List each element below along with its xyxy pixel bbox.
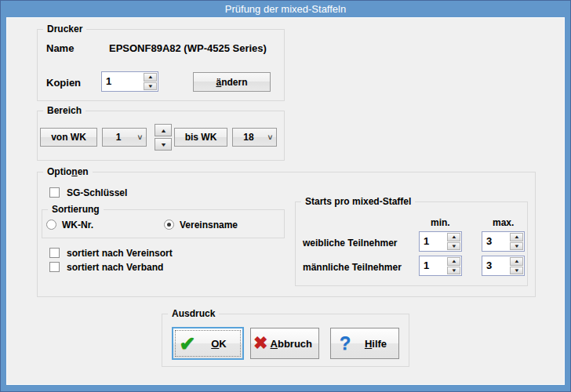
printer-name-value: EPSONF89A82 (WP-4525 Series) xyxy=(109,42,267,54)
abbruch-button-label: Abbruch xyxy=(271,338,318,350)
sg-schluessel-label[interactable]: SG-Schlüssel xyxy=(67,187,127,198)
bis-wk-combobox[interactable]: 18 ˅ xyxy=(232,128,277,147)
spin-down-icon: ▼ xyxy=(451,268,457,273)
vereinsname-radio-label[interactable]: Vereinsname xyxy=(180,220,238,230)
spin-down-button[interactable]: ▼ xyxy=(447,267,460,275)
kopien-value[interactable]: 1 xyxy=(102,72,143,91)
sortiert-verband-label[interactable]: sortiert nach Verband xyxy=(67,262,163,273)
ok-button[interactable]: ✔ OK xyxy=(172,327,244,360)
spin-up-icon: ▲ xyxy=(451,234,457,239)
spin-down-icon: ▼ xyxy=(514,244,520,249)
spin-up-button[interactable]: ▲ xyxy=(447,233,460,241)
maennlich-min-spinner: 1 ▲ ▼ xyxy=(419,256,462,276)
bis-wk-value: 18 xyxy=(233,132,264,143)
wk-spin-up-button[interactable]: ▲ xyxy=(155,124,172,136)
von-wk-combobox[interactable]: 1 ˅ xyxy=(102,128,147,147)
kopien-spinner: 1 ▲ ▼ xyxy=(101,71,158,92)
von-wk-button[interactable]: von WK xyxy=(40,128,97,147)
spin-up-icon: ▲ xyxy=(514,234,520,239)
weiblich-max-spinner: 3 ▲ ▼ xyxy=(482,231,525,252)
optionen-group-label: Optionen xyxy=(43,166,93,178)
spin-down-icon: ▼ xyxy=(159,142,166,147)
weiblich-min-value[interactable]: 1 xyxy=(420,232,446,251)
spin-down-icon: ▼ xyxy=(514,268,520,273)
window-title: Prüfung der mixed-Staffeln xyxy=(225,3,346,15)
sortiert-vereinsort-checkbox[interactable] xyxy=(49,248,60,258)
dialog-content: Drucker Name EPSONF89A82 (WP-4525 Series… xyxy=(6,17,565,385)
aendern-button[interactable]: ändern xyxy=(193,72,271,92)
sortiert-verband-checkbox[interactable] xyxy=(49,262,60,272)
sg-schluessel-checkbox[interactable] xyxy=(49,187,60,198)
maennlich-max-spinner: 3 ▲ ▼ xyxy=(482,256,525,276)
spin-up-button[interactable]: ▲ xyxy=(510,257,523,266)
maennlich-min-value[interactable]: 1 xyxy=(420,256,446,275)
spin-down-icon: ▼ xyxy=(147,84,154,89)
spin-up-icon: ▲ xyxy=(514,259,520,263)
hilfe-button[interactable]: ? Hilfe xyxy=(330,328,399,359)
kopien-spin-buttons: ▲ ▼ xyxy=(143,72,158,91)
min-column-header: min. xyxy=(431,217,450,228)
check-icon: ✔ xyxy=(173,334,202,354)
max-column-header: max. xyxy=(493,217,514,228)
spin-up-icon: ▲ xyxy=(147,74,154,79)
ok-button-label: OK xyxy=(202,338,242,350)
kopien-spin-down-button[interactable]: ▼ xyxy=(144,82,157,91)
title-bar[interactable]: Prüfung der mixed-Staffeln xyxy=(1,1,570,17)
x-icon: ✖ xyxy=(251,335,271,352)
weiblich-min-spinner: 1 ▲ ▼ xyxy=(419,231,462,252)
spin-up-button[interactable]: ▲ xyxy=(447,257,460,266)
dropdown-chevron-icon: ˅ xyxy=(134,133,146,142)
spin-up-button[interactable]: ▲ xyxy=(510,233,523,241)
sortierung-group-label: Sortierung xyxy=(48,204,104,216)
vereinsname-radio[interactable] xyxy=(164,220,174,230)
spin-down-button[interactable]: ▼ xyxy=(510,242,523,251)
kopien-label: Kopien xyxy=(46,77,81,89)
wk-nr-radio-label[interactable]: WK-Nr. xyxy=(62,220,93,230)
ausdruck-group-label: Ausdruck xyxy=(168,308,219,320)
drucker-group-label: Drucker xyxy=(43,24,86,35)
spin-down-button[interactable]: ▼ xyxy=(510,267,523,275)
question-icon: ? xyxy=(331,334,359,353)
bereich-group-label: Bereich xyxy=(43,105,85,117)
weibliche-teilnehmer-label: weibliche Teilnehmer xyxy=(303,238,397,249)
printer-name-label: Name xyxy=(46,42,74,54)
dropdown-chevron-icon: ˅ xyxy=(264,133,276,142)
hilfe-button-label: Hilfe xyxy=(359,338,398,350)
spin-down-icon: ▼ xyxy=(451,244,457,249)
spin-up-icon: ▲ xyxy=(159,128,166,133)
bis-wk-button[interactable]: bis WK xyxy=(174,128,227,147)
sortiert-vereinsort-label[interactable]: sortiert nach Vereinsort xyxy=(67,248,173,259)
wk-range-spinner: ▲ ▼ xyxy=(155,124,172,151)
wk-spin-down-button[interactable]: ▼ xyxy=(155,138,172,151)
dialog-window: Prüfung der mixed-Staffeln Drucker Name … xyxy=(0,0,571,392)
spin-down-button[interactable]: ▼ xyxy=(447,242,460,251)
maennlich-max-value[interactable]: 3 xyxy=(482,256,509,275)
maennliche-teilnehmer-label: männliche Teilnehmer xyxy=(303,262,402,273)
starts-group-label: Starts pro mixed-Staffel xyxy=(301,196,415,208)
kopien-spin-up-button[interactable]: ▲ xyxy=(144,73,157,82)
wk-nr-radio[interactable] xyxy=(46,220,56,230)
abbruch-button[interactable]: ✖ Abbruch xyxy=(250,328,319,359)
von-wk-value: 1 xyxy=(103,132,134,143)
spin-up-icon: ▲ xyxy=(451,259,457,263)
weiblich-max-value[interactable]: 3 xyxy=(482,232,509,251)
